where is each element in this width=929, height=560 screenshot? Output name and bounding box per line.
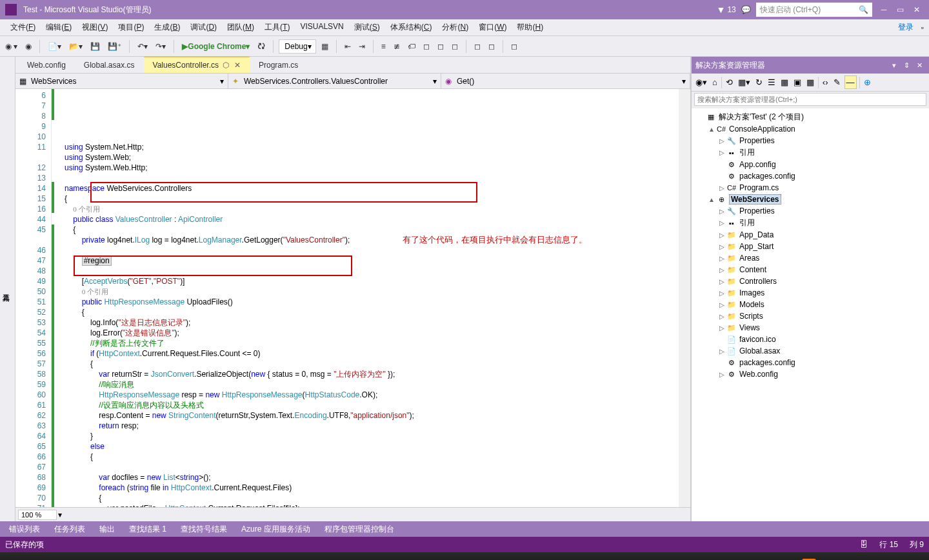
bottom-tab[interactable]: 查找符号结果 (174, 522, 234, 537)
sol-sync-button[interactable]: ⟲ (724, 76, 734, 88)
code-line[interactable]: //判断是否上传文件了 (65, 338, 679, 348)
code-line[interactable]: using System.Net.Http; (65, 142, 679, 152)
tree-node[interactable]: ⚙App.config (692, 159, 929, 170)
menu-item-编辑[interactable]: 编辑(E) (41, 19, 77, 35)
menu-item-视图[interactable]: 视图(V) (77, 19, 113, 35)
code-line[interactable]: 0 个引用 (65, 204, 679, 214)
tree-node[interactable]: ▷▪▪引用 (692, 217, 929, 229)
tb-b6[interactable]: ◻ (508, 41, 520, 52)
save-button[interactable]: 💾 (88, 41, 103, 52)
code-line[interactable]: { (65, 452, 679, 462)
code-line[interactable]: return resp; (65, 421, 679, 431)
sol-showall-button[interactable]: ▦ (779, 76, 790, 88)
tree-node[interactable]: ▷🔧Properties (692, 135, 929, 146)
code-line[interactable]: public class ValuesController : ApiContr… (65, 214, 679, 225)
code-editor[interactable]: 6789101112131415164445464748495051525354… (15, 89, 690, 507)
tree-node[interactable]: 📄favicon.ico (692, 334, 929, 345)
dropdown-button[interactable]: ▾ (890, 61, 899, 69)
tb-b4[interactable]: ◻ (472, 41, 483, 52)
code-line[interactable]: using System.Web.Http; (65, 163, 679, 173)
code-line[interactable]: { (65, 225, 679, 235)
tb-b2[interactable]: ◻ (435, 41, 446, 52)
indent-in-button[interactable]: ⇥ (356, 41, 368, 52)
tree-node[interactable]: ⚙packages.config (692, 170, 929, 182)
sol-globe-button[interactable]: ⊕ (863, 76, 872, 88)
expand-icon[interactable]: ▷ (717, 371, 726, 378)
code-line[interactable]: //设置响应消息内容以及头格式 (65, 400, 679, 410)
code-line[interactable] (65, 173, 679, 183)
menu-item-VISUALSVN[interactable]: VISUALSVN (295, 19, 348, 35)
bottom-tab[interactable]: 输出 (93, 522, 121, 537)
chevron-down-icon[interactable]: ▾ (58, 510, 62, 519)
code-line[interactable]: var postedFile = HttpContext.Current.Req… (65, 503, 679, 507)
bottom-tab[interactable]: 程序包管理器控制台 (318, 522, 401, 537)
tb-b5[interactable]: ◻ (486, 41, 497, 52)
taskbar-item[interactable] (159, 554, 187, 560)
code-line[interactable] (65, 462, 679, 472)
pin-button[interactable]: ⇕ (901, 61, 912, 69)
code-line[interactable]: log.Error("这是错误信息"); (65, 328, 679, 338)
sol-back[interactable]: ◉▾ (694, 76, 708, 88)
expand-icon[interactable]: ▷ (717, 137, 726, 145)
tree-node[interactable]: ▷📁Areas (692, 252, 929, 264)
close-panel-button[interactable]: ✕ (914, 61, 925, 69)
tree-node[interactable]: ▷📁Models (692, 299, 929, 310)
code-line[interactable] (65, 266, 679, 276)
config-dropdown[interactable]: Debug ▾ (279, 39, 315, 54)
user-icon[interactable]: ▫ (921, 23, 924, 32)
code-line[interactable]: HttpResponseMessage resp = new HttpRespo… (65, 390, 679, 400)
zoom-input[interactable] (18, 510, 57, 520)
sol-refresh-button[interactable]: ↻ (754, 76, 764, 88)
expand-icon[interactable]: ▷ (717, 290, 726, 297)
menu-item-团队[interactable]: 团队(M) (222, 19, 259, 35)
login-link[interactable]: 登录 (893, 19, 919, 35)
doc-tab[interactable]: Web.config (18, 57, 75, 73)
sol-tb2[interactable]: ▦▾ (737, 76, 752, 88)
feedback-icon[interactable]: 💬 (741, 5, 751, 14)
doc-tab[interactable]: Program.cs (250, 57, 307, 73)
tree-node[interactable]: ▷📁Views (692, 322, 929, 334)
code-line[interactable]: //响应消息 (65, 379, 679, 390)
expand-icon[interactable]: ▷ (717, 278, 726, 285)
expand-icon[interactable]: ▷ (717, 266, 726, 274)
code-line[interactable]: var returnStr = JsonConvert.SerializeObj… (65, 369, 679, 379)
undo-button[interactable]: ↶▾ (135, 41, 150, 52)
taskbar-item[interactable] (66, 554, 94, 560)
expand-icon[interactable]: ▷ (717, 232, 726, 239)
expand-icon[interactable]: ▷ (717, 149, 726, 156)
expand-icon[interactable]: ▷ (717, 313, 726, 320)
code-line[interactable]: log.Info("这是日志信息记录"); (65, 317, 679, 328)
minimize-button[interactable]: ─ (877, 5, 891, 14)
tree-node[interactable]: ▷🔧Properties (692, 205, 929, 217)
sol-tb5[interactable]: ✎ (832, 76, 842, 88)
tree-node[interactable]: ▲⊕WebServices (692, 194, 929, 205)
menu-item-窗口[interactable]: 窗口(W) (474, 19, 512, 35)
maximize-button[interactable]: ▭ (893, 5, 908, 14)
new-project-button[interactable]: 📄▾ (45, 41, 64, 52)
expand-icon[interactable]: ▷ (717, 325, 726, 332)
code-line[interactable]: namespace WebServices.Controllers (65, 183, 679, 194)
tree-node[interactable]: ▷⚙Web.config (692, 368, 929, 380)
nav-class-dropdown[interactable]: ✦ WebServices.Controllers.ValuesControll… (228, 74, 441, 88)
bottom-tab[interactable]: Azure 应用服务活动 (235, 522, 317, 537)
tb-b1[interactable]: ◻ (421, 41, 432, 52)
menu-item-文件[interactable]: 文件(F) (5, 19, 41, 35)
uncomment-button[interactable]: ≢ (391, 41, 403, 52)
sol-collapse-button[interactable]: ☰ (766, 76, 777, 88)
code-line[interactable]: #region (65, 255, 679, 266)
code-line[interactable] (65, 245, 679, 255)
scrollbar[interactable] (679, 89, 690, 507)
tree-node[interactable]: ⚙packages.config (692, 357, 929, 368)
tb-b3[interactable]: ◻ (449, 41, 461, 52)
expand-icon[interactable]: ▷ (717, 255, 726, 262)
expand-icon[interactable]: ▷ (717, 208, 726, 215)
start-button[interactable] (4, 554, 32, 560)
expand-icon[interactable]: ▲ (707, 196, 716, 203)
left-dock-strip[interactable]: 工具箱 (0, 57, 15, 521)
taskbar-item[interactable] (128, 554, 156, 560)
bookmark-button[interactable]: 🏷 (405, 41, 418, 52)
menu-item-生成[interactable]: 生成(B) (149, 19, 185, 35)
code-line[interactable]: { (65, 359, 679, 369)
nav-fwd-button[interactable]: ◉ (23, 41, 34, 52)
code-line[interactable]: resp.Content = new StringContent(returnS… (65, 410, 679, 421)
